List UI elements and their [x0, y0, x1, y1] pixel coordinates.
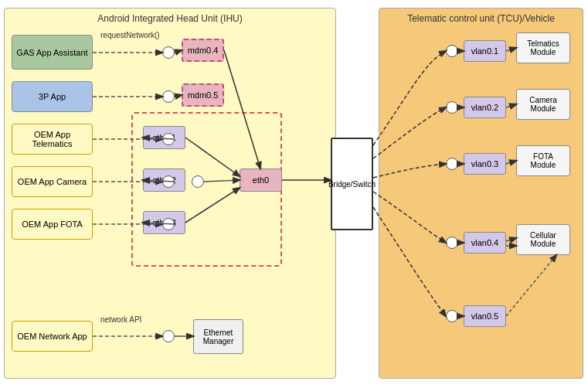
oem-network-box: OEM Network App [12, 321, 93, 352]
mdm05-box: mdm0.5 [182, 83, 224, 107]
tcu-title: Telematic control unit (TCU)/Vehicle [407, 13, 555, 24]
cellular-module: CellularModule [516, 224, 570, 255]
circle-vlan3-left [446, 158, 458, 170]
circle-network [162, 330, 175, 342]
bridge-switch-box: Bridge/Switch [331, 138, 373, 230]
vlan1-box: vlan0.1 [464, 40, 506, 62]
circle-vlan4-left [446, 237, 458, 249]
p3-app-box: 3P App [12, 81, 93, 112]
circle-vlan1-left [446, 45, 458, 57]
circle-eth02-right [192, 175, 204, 188]
oem-telematics-box: OEM App Telematics [12, 124, 93, 155]
circle-telematics [162, 133, 175, 145]
ihu-title: Android Integrated Head Unit (IHU) [97, 13, 242, 24]
eth0-box: eth0 [240, 168, 282, 192]
camera-module: CameraModule [516, 89, 570, 120]
fota-module: FOTAModule [516, 145, 570, 176]
mdm04-box: mdm0.4 [182, 39, 224, 62]
circle-gas [162, 46, 175, 59]
circle-vlan5-left [446, 310, 458, 322]
eth-manager-label: EthernetManager [203, 328, 233, 345]
request-network-label: requestNetwork() [100, 31, 160, 39]
oem-fota-box: OEM App FOTA [12, 209, 93, 240]
vlan4-box: vlan0.4 [464, 232, 506, 254]
circle-fota [162, 218, 175, 230]
telmatics-module: TelmaticsModule [516, 32, 570, 63]
circle-camera [162, 175, 175, 188]
vlan5-box: vlan0.5 [464, 305, 506, 327]
oem-camera-box: OEM App Camera [12, 166, 93, 197]
network-api-label: network API [100, 315, 141, 324]
vlan2-box: vlan0.2 [464, 97, 506, 118]
eth-manager-box: EthernetManager [193, 319, 243, 354]
vlan3-box: vlan0.3 [464, 153, 506, 175]
circle-vlan2-left [446, 101, 458, 114]
circle-p3 [162, 90, 175, 103]
diagram-container: Android Integrated Head Unit (IHU) Telem… [0, 0, 588, 388]
gas-app-box: GAS App Assistant [12, 35, 93, 70]
